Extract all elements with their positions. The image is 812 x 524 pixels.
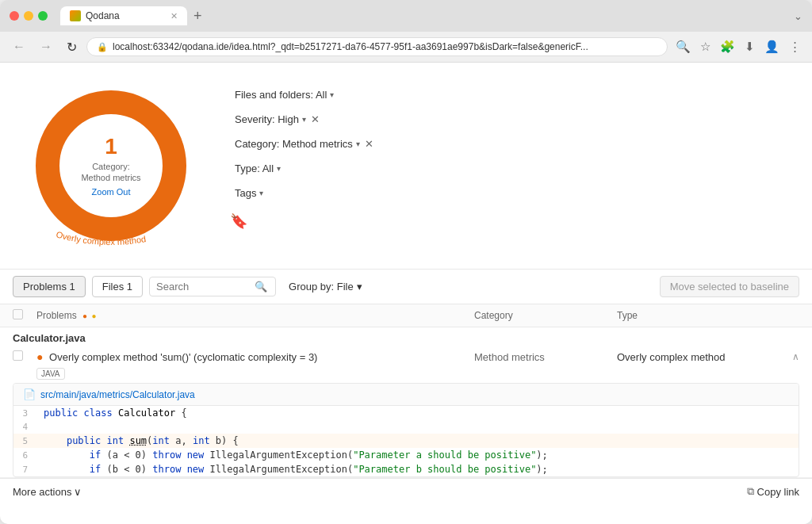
copy-link-label: Copy link (757, 486, 799, 498)
category-label: Category: Method metrics (235, 138, 353, 150)
donut-label-line2: Method metrics (81, 173, 140, 182)
filter-tags: Tags ▾ (230, 185, 788, 201)
severity-close-icon[interactable]: ✕ (311, 113, 320, 125)
donut-label: Category: Method metrics (81, 161, 140, 184)
problem-description: ● Overly complex method 'sum()' (cycloma… (36, 350, 474, 363)
move-baseline-button[interactable]: Move selected to baseline (660, 276, 799, 297)
back-button[interactable]: ← (8, 38, 30, 55)
expand-icon[interactable]: ∧ (776, 351, 799, 362)
chevron-down-icon: ▾ (259, 189, 263, 197)
download-button[interactable]: ⬇ (741, 36, 758, 57)
type-column-header: Type (617, 310, 776, 321)
svg-text:Overly complex method: Overly complex method (55, 229, 146, 247)
dot-orange: ● (82, 312, 87, 320)
copy-icon: ⧉ (747, 485, 754, 498)
line-number-7: 7 (13, 465, 37, 475)
browser-tab[interactable]: Qodana ✕ (60, 6, 187, 25)
severity-filter[interactable]: Severity: High ▾ ✕ (230, 111, 324, 128)
type-filter[interactable]: Type: All ▾ (230, 160, 285, 177)
line-number-3: 3 (13, 408, 37, 419)
code-line-4: 4 (13, 420, 799, 434)
problem-category: Method metrics (474, 351, 617, 363)
code-file-path[interactable]: src/main/java/metrics/Calculator.java (40, 389, 195, 400)
bookmark-button[interactable]: ☆ (697, 36, 714, 57)
address-bar[interactable]: 🔒 localhost:63342/qodana.ide/idea.html?_… (86, 37, 668, 56)
traffic-lights (10, 11, 48, 21)
close-button[interactable] (10, 11, 19, 21)
code-panel: 📄 src/main/java/metrics/Calculator.java … (13, 383, 799, 477)
code-file-header: 📄 src/main/java/metrics/Calculator.java (13, 384, 799, 406)
category-close-icon[interactable]: ✕ (365, 138, 373, 150)
tab-close-button[interactable]: ✕ (170, 11, 178, 21)
select-all-checkbox[interactable] (13, 309, 23, 319)
new-tab-button[interactable]: + (190, 8, 205, 25)
files-folders-label: Files and folders: All (235, 89, 327, 101)
group-by-button[interactable]: Group by: File ▾ (282, 277, 369, 296)
category-column-header: Category (474, 310, 617, 321)
problem-type: Overly complex method (617, 351, 776, 363)
problem-checkbox-cell (13, 350, 36, 363)
line-content-5: public int sum(int a, int b) { (37, 435, 799, 446)
more-actions-button[interactable]: More actions ∨ (13, 486, 82, 498)
tags-filter[interactable]: Tags ▾ (230, 185, 268, 201)
tab-files[interactable]: Files 1 (92, 276, 143, 297)
chevron-down-icon: ▾ (277, 164, 281, 173)
problems-toolbar: Problems 1 Files 1 🔍 Group by: File ▾ Mo… (0, 270, 812, 304)
severity-label: Severity: High (235, 113, 299, 125)
donut-center: 1 Category: Method metrics Zoom Out (81, 136, 140, 197)
java-badge: JAVA (36, 368, 65, 380)
checkbox-header (13, 309, 36, 322)
problems-section: Problems 1 Files 1 🔍 Group by: File ▾ Mo… (0, 269, 812, 524)
problem-icon: ● (36, 350, 43, 363)
chevron-down-icon: ▾ (357, 281, 362, 293)
zoom-out-link[interactable]: Zoom Out (81, 186, 140, 196)
line-content-3: public class Calculator { (37, 407, 799, 419)
code-lines: 3 public class Calculator { 4 5 public i… (13, 406, 799, 476)
minimize-button[interactable] (24, 11, 33, 21)
file-icon: 📄 (23, 388, 36, 400)
top-section: 1 Category: Method metrics Zoom Out Over… (0, 63, 812, 269)
chevron-down-icon: ∨ (74, 486, 82, 498)
line-number-4: 4 (13, 422, 37, 432)
filters-section: Files and folders: All ▾ Severity: High … (230, 78, 788, 238)
toolbar-actions: 🔍 ☆ 🧩 ⬇ 👤 ⋮ (672, 36, 804, 57)
problem-row[interactable]: ● Overly complex method 'sum()' (cycloma… (0, 347, 812, 366)
files-folders-filter[interactable]: Files and folders: All ▾ (230, 86, 339, 103)
chevron-down-icon: ▾ (302, 115, 306, 124)
donut-outer-label: Overly complex method (48, 229, 174, 247)
copy-link-button[interactable]: ⧉ Copy link (747, 485, 799, 498)
profile-button[interactable]: 👤 (761, 36, 783, 57)
file-name: Calculator.java (0, 327, 812, 347)
url-text: localhost:63342/qodana.ide/idea.html?_qd… (113, 41, 657, 52)
extensions-button[interactable]: 🧩 (717, 36, 738, 57)
tab-overflow-button[interactable]: ⌄ (794, 10, 802, 22)
tab-favicon (70, 10, 81, 21)
category-filter[interactable]: Category: Method metrics ▾ ✕ (230, 136, 378, 152)
code-line-7: 7 if (b < 0) throw new IllegalArgumentEx… (13, 462, 799, 476)
problem-checkbox[interactable] (13, 350, 23, 361)
tab-problems[interactable]: Problems 1 (13, 276, 86, 297)
filter-type: Type: All ▾ (230, 160, 788, 177)
browser-toolbar: ← → ↻ 🔒 localhost:63342/qodana.ide/idea.… (0, 32, 812, 63)
code-line-6: 6 if (a < 0) throw new IllegalArgumentEx… (13, 448, 799, 462)
tab-bar: Qodana ✕ + (60, 6, 787, 25)
forward-button[interactable]: → (35, 38, 57, 55)
lock-icon: 🔒 (97, 42, 108, 52)
bookmark-row: 🔖 (230, 209, 788, 230)
donut-number: 1 (81, 136, 140, 158)
group-by-label: Group by: File (289, 281, 354, 293)
bookmark-icon[interactable]: 🔖 (230, 212, 247, 230)
search-box: 🔍 (149, 277, 276, 296)
refresh-button[interactable]: ↻ (62, 38, 82, 56)
page-content: 1 Category: Method metrics Zoom Out Over… (0, 63, 812, 524)
tags-label: Tags (235, 187, 256, 199)
more-actions-label: More actions (13, 486, 71, 498)
search-input[interactable] (156, 281, 251, 293)
menu-button[interactable]: ⋮ (786, 36, 804, 57)
type-label: Type: All (235, 163, 274, 174)
tab-title: Qodana (86, 10, 120, 21)
filter-files-folders: Files and folders: All ▾ (230, 86, 788, 103)
maximize-button[interactable] (38, 11, 48, 21)
chevron-down-icon: ▾ (356, 140, 360, 148)
search-toolbar-button[interactable]: 🔍 (672, 36, 694, 57)
